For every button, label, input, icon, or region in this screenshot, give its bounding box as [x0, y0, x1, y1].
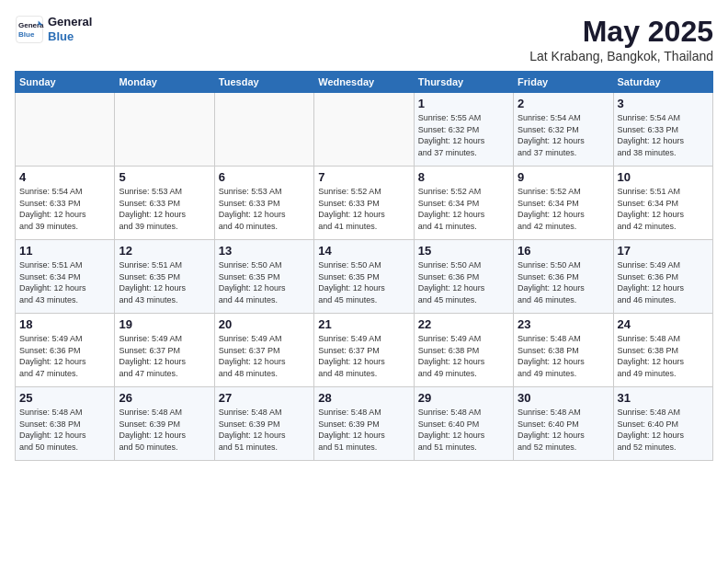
calendar-cell: 21Sunrise: 5:49 AM Sunset: 6:37 PM Dayli… [314, 314, 414, 387]
calendar-cell: 20Sunrise: 5:49 AM Sunset: 6:37 PM Dayli… [214, 314, 313, 387]
calendar-cell: 15Sunrise: 5:50 AM Sunset: 6:36 PM Dayli… [414, 240, 513, 314]
calendar-cell [115, 93, 214, 167]
calendar-cell: 30Sunrise: 5:48 AM Sunset: 6:40 PM Dayli… [514, 387, 613, 461]
page-subtitle: Lat Krabang, Bangkok, Thailand [529, 49, 713, 63]
calendar-cell: 4Sunrise: 5:54 AM Sunset: 6:33 PM Daylig… [16, 167, 115, 240]
day-number: 15 [418, 244, 509, 258]
day-number: 14 [318, 244, 409, 258]
day-info: Sunrise: 5:48 AM Sunset: 6:39 PM Dayligh… [318, 407, 409, 453]
calendar-week-4: 18Sunrise: 5:49 AM Sunset: 6:36 PM Dayli… [16, 314, 713, 387]
logo-line1: General [48, 15, 92, 29]
calendar-cell: 19Sunrise: 5:49 AM Sunset: 6:37 PM Dayli… [115, 314, 214, 387]
calendar-cell: 1Sunrise: 5:55 AM Sunset: 6:32 PM Daylig… [414, 93, 513, 167]
day-number: 4 [19, 170, 110, 184]
day-info: Sunrise: 5:49 AM Sunset: 6:37 PM Dayligh… [219, 333, 310, 379]
day-number: 26 [119, 391, 210, 405]
header-row: SundayMondayTuesdayWednesdayThursdayFrid… [16, 72, 713, 93]
day-number: 27 [219, 391, 310, 405]
day-number: 17 [618, 244, 709, 258]
day-info: Sunrise: 5:54 AM Sunset: 6:32 PM Dayligh… [518, 112, 609, 158]
day-number: 3 [618, 97, 709, 110]
day-number: 11 [19, 244, 110, 258]
calendar-cell: 8Sunrise: 5:52 AM Sunset: 6:34 PM Daylig… [414, 167, 513, 240]
day-number: 9 [518, 170, 609, 184]
calendar-cell: 12Sunrise: 5:51 AM Sunset: 6:35 PM Dayli… [115, 240, 214, 314]
calendar-cell: 31Sunrise: 5:48 AM Sunset: 6:40 PM Dayli… [613, 387, 712, 461]
column-header-thursday: Thursday [414, 72, 513, 93]
day-info: Sunrise: 5:54 AM Sunset: 6:33 PM Dayligh… [618, 112, 709, 158]
calendar-cell: 13Sunrise: 5:50 AM Sunset: 6:35 PM Dayli… [214, 240, 313, 314]
calendar-cell: 26Sunrise: 5:48 AM Sunset: 6:39 PM Dayli… [115, 387, 214, 461]
day-info: Sunrise: 5:54 AM Sunset: 6:33 PM Dayligh… [19, 186, 110, 232]
calendar-cell: 27Sunrise: 5:48 AM Sunset: 6:39 PM Dayli… [214, 387, 313, 461]
calendar-cell: 10Sunrise: 5:51 AM Sunset: 6:34 PM Dayli… [613, 167, 712, 240]
logo-text: General Blue [48, 15, 92, 43]
day-info: Sunrise: 5:49 AM Sunset: 6:36 PM Dayligh… [618, 259, 709, 305]
column-header-friday: Friday [514, 72, 613, 93]
day-number: 19 [119, 317, 210, 331]
day-number: 6 [219, 170, 310, 184]
day-number: 5 [119, 170, 210, 184]
day-info: Sunrise: 5:48 AM Sunset: 6:40 PM Dayligh… [418, 407, 509, 453]
calendar-cell: 6Sunrise: 5:53 AM Sunset: 6:33 PM Daylig… [214, 167, 313, 240]
calendar-cell: 25Sunrise: 5:48 AM Sunset: 6:38 PM Dayli… [16, 387, 115, 461]
day-number: 20 [219, 317, 310, 331]
calendar-cell: 29Sunrise: 5:48 AM Sunset: 6:40 PM Dayli… [414, 387, 513, 461]
calendar-cell: 14Sunrise: 5:50 AM Sunset: 6:35 PM Dayli… [314, 240, 414, 314]
day-info: Sunrise: 5:50 AM Sunset: 6:35 PM Dayligh… [318, 259, 409, 305]
day-number: 1 [418, 97, 509, 110]
calendar-cell: 11Sunrise: 5:51 AM Sunset: 6:34 PM Dayli… [16, 240, 115, 314]
day-number: 28 [318, 391, 409, 405]
day-number: 24 [618, 317, 709, 331]
day-number: 21 [318, 317, 409, 331]
day-info: Sunrise: 5:51 AM Sunset: 6:34 PM Dayligh… [19, 259, 110, 305]
day-info: Sunrise: 5:48 AM Sunset: 6:39 PM Dayligh… [219, 407, 310, 453]
day-info: Sunrise: 5:49 AM Sunset: 6:37 PM Dayligh… [119, 333, 210, 379]
day-number: 8 [418, 170, 509, 184]
day-info: Sunrise: 5:50 AM Sunset: 6:36 PM Dayligh… [418, 259, 509, 305]
calendar-week-3: 11Sunrise: 5:51 AM Sunset: 6:34 PM Dayli… [16, 240, 713, 314]
calendar-cell [314, 93, 414, 167]
day-number: 16 [518, 244, 609, 258]
calendar-cell: 2Sunrise: 5:54 AM Sunset: 6:32 PM Daylig… [514, 93, 613, 167]
day-number: 29 [418, 391, 509, 405]
calendar-cell: 17Sunrise: 5:49 AM Sunset: 6:36 PM Dayli… [613, 240, 712, 314]
calendar-cell [16, 93, 115, 167]
day-info: Sunrise: 5:50 AM Sunset: 6:35 PM Dayligh… [219, 259, 310, 305]
day-number: 25 [19, 391, 110, 405]
calendar-week-1: 1Sunrise: 5:55 AM Sunset: 6:32 PM Daylig… [16, 93, 713, 167]
day-info: Sunrise: 5:53 AM Sunset: 6:33 PM Dayligh… [219, 186, 310, 232]
day-info: Sunrise: 5:50 AM Sunset: 6:36 PM Dayligh… [518, 259, 609, 305]
svg-text:Blue: Blue [18, 30, 35, 39]
day-info: Sunrise: 5:48 AM Sunset: 6:38 PM Dayligh… [19, 407, 110, 453]
column-header-saturday: Saturday [613, 72, 712, 93]
day-number: 30 [518, 391, 609, 405]
page-title: May 2025 [529, 15, 713, 49]
day-number: 12 [119, 244, 210, 258]
logo-icon: General Blue [15, 15, 44, 44]
calendar-header: SundayMondayTuesdayWednesdayThursdayFrid… [16, 72, 713, 93]
day-number: 31 [618, 391, 709, 405]
logo: General Blue General Blue [15, 15, 92, 44]
day-info: Sunrise: 5:48 AM Sunset: 6:40 PM Dayligh… [618, 407, 709, 453]
day-info: Sunrise: 5:55 AM Sunset: 6:32 PM Dayligh… [418, 112, 509, 158]
calendar-cell: 3Sunrise: 5:54 AM Sunset: 6:33 PM Daylig… [613, 93, 712, 167]
calendar-cell: 9Sunrise: 5:52 AM Sunset: 6:34 PM Daylig… [514, 167, 613, 240]
column-header-sunday: Sunday [16, 72, 115, 93]
day-info: Sunrise: 5:49 AM Sunset: 6:38 PM Dayligh… [418, 333, 509, 379]
calendar-week-2: 4Sunrise: 5:54 AM Sunset: 6:33 PM Daylig… [16, 167, 713, 240]
day-info: Sunrise: 5:49 AM Sunset: 6:36 PM Dayligh… [19, 333, 110, 379]
calendar-cell: 16Sunrise: 5:50 AM Sunset: 6:36 PM Dayli… [514, 240, 613, 314]
day-info: Sunrise: 5:51 AM Sunset: 6:35 PM Dayligh… [119, 259, 210, 305]
day-info: Sunrise: 5:48 AM Sunset: 6:40 PM Dayligh… [518, 407, 609, 453]
logo-line2: Blue [48, 29, 92, 44]
calendar-cell [214, 93, 313, 167]
day-info: Sunrise: 5:52 AM Sunset: 6:34 PM Dayligh… [518, 186, 609, 232]
day-number: 13 [219, 244, 310, 258]
day-info: Sunrise: 5:48 AM Sunset: 6:38 PM Dayligh… [618, 333, 709, 379]
day-info: Sunrise: 5:48 AM Sunset: 6:38 PM Dayligh… [518, 333, 609, 379]
column-header-wednesday: Wednesday [314, 72, 414, 93]
day-number: 18 [19, 317, 110, 331]
calendar-cell: 24Sunrise: 5:48 AM Sunset: 6:38 PM Dayli… [613, 314, 712, 387]
calendar-cell: 5Sunrise: 5:53 AM Sunset: 6:33 PM Daylig… [115, 167, 214, 240]
